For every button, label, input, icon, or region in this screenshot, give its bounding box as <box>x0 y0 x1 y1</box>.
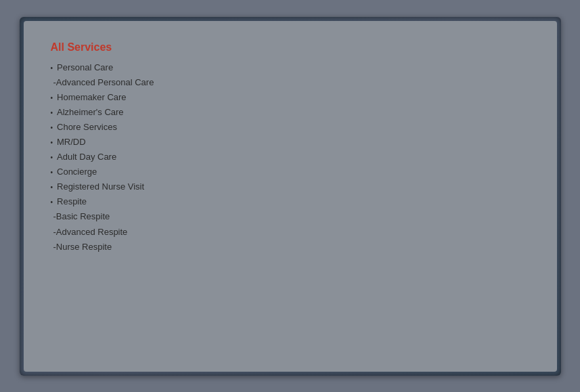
list-item: • Chore Services <box>51 120 530 135</box>
inner-panel: All Services • Personal Care -Advanced P… <box>24 21 557 372</box>
service-label: -Nurse Respite <box>53 242 112 252</box>
service-label: Personal Care <box>57 60 113 75</box>
service-label: -Advanced Respite <box>53 227 128 237</box>
service-label: Homemaker Care <box>57 90 127 105</box>
bullet-icon: • <box>51 152 53 163</box>
list-item: -Nurse Respite <box>51 240 530 255</box>
list-item: • Respite <box>51 194 530 209</box>
list-item: • Personal Care <box>51 60 530 75</box>
list-item: -Basic Respite <box>51 209 530 224</box>
service-label: Respite <box>57 194 87 209</box>
service-label: MR/DD <box>57 135 86 150</box>
service-label: Alzheimer's Care <box>57 105 124 120</box>
list-item: • Registered Nurse Visit <box>51 179 530 194</box>
service-label: Registered Nurse Visit <box>57 179 144 194</box>
list-item: • Adult Day Care <box>51 150 530 165</box>
list-item: • Concierge <box>51 165 530 179</box>
service-label: -Basic Respite <box>53 211 110 221</box>
list-item: -Advanced Respite <box>51 225 530 240</box>
bullet-icon: • <box>51 92 53 104</box>
bullet-icon: • <box>51 196 53 208</box>
service-label: -Advanced Personal Care <box>53 77 154 87</box>
list-item: -Advanced Personal Care <box>51 75 530 90</box>
service-label: Adult Day Care <box>57 150 116 165</box>
outer-frame: All Services • Personal Care -Advanced P… <box>20 17 561 376</box>
bullet-icon: • <box>51 167 53 178</box>
list-item: • Homemaker Care <box>51 90 530 105</box>
bullet-icon: • <box>51 122 53 133</box>
all-services-title: All Services <box>51 41 530 53</box>
bullet-icon: • <box>51 137 53 148</box>
service-label: Concierge <box>57 165 97 179</box>
list-item: • Alzheimer's Care <box>51 105 530 120</box>
list-item: • MR/DD <box>51 135 530 150</box>
service-label: Chore Services <box>57 120 117 135</box>
bullet-icon: • <box>51 62 53 74</box>
bullet-icon: • <box>51 107 53 118</box>
service-list: • Personal Care -Advanced Personal Care … <box>51 60 530 255</box>
bullet-icon: • <box>51 181 53 193</box>
